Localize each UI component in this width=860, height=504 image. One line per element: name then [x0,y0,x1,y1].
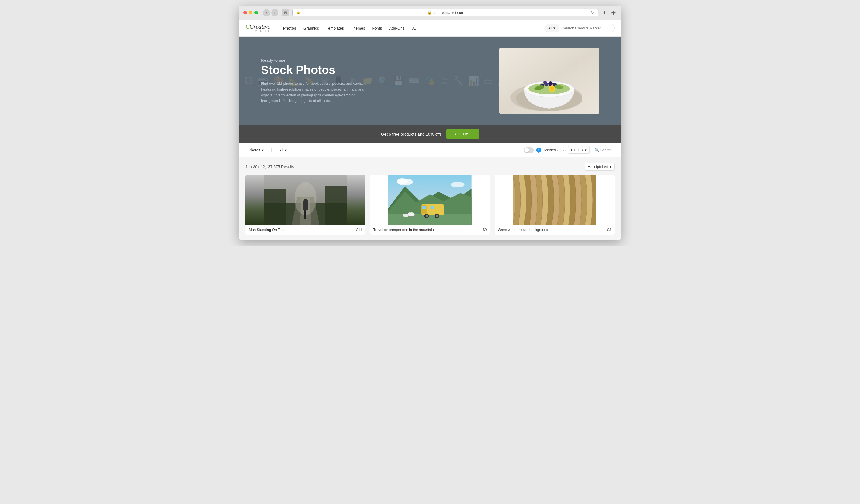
product-price-3: $3 [607,228,611,232]
browser-titlebar: ‹ › ⊡ 🔒 🔒 creativemarket.com ↻ ⬆ ➕ [239,5,621,20]
svg-point-36 [436,215,438,217]
back-button[interactable]: ‹ [263,9,270,16]
product-image-2 [370,175,490,225]
search-input[interactable] [559,24,614,32]
category-filter-label: Photos [248,148,260,152]
results-bar: 1 to 30 of 2,137,675 Results Handpicked … [245,163,615,171]
svg-point-34 [426,215,428,217]
content-area: 1 to 30 of 2,137,675 Results Handpicked … [239,157,621,240]
nav-item-themes[interactable]: Themes [348,24,369,33]
product-title-3: Wave wood texture background [498,228,548,232]
filter-button[interactable]: FILTER ▾ [568,146,590,154]
svg-rect-19 [325,186,347,225]
certified-toggle-area: ✦ Certified (682) FILTER ▾ 🔍 Search [524,146,615,154]
filter-divider: | [271,148,272,152]
svg-rect-18 [264,189,286,225]
product-info-2: Travel on camper one in the mountain $9 [370,225,490,235]
browser-toolbar: ⬆ ➕ [602,10,617,16]
sort-dropdown[interactable]: Handpicked ▾ [585,163,615,171]
category-chevron-icon: ▾ [262,148,264,152]
subcategory-chevron-icon: ▾ [285,148,287,152]
svg-point-45 [451,182,464,188]
filter-bar: Photos ▾ | All ▾ ✦ Certified (682) FILTE… [239,143,621,157]
search-category-dropdown[interactable]: All ▾ [545,24,559,32]
product-info-3: Wave wood texture background $3 [494,225,615,235]
logo-market-text: MARKET [255,30,270,32]
certified-toggle-switch[interactable] [524,147,534,153]
traffic-lights [243,11,258,14]
product-image-1 [245,175,366,225]
toggle-knob [525,148,529,152]
product-grid: Man Standing On Road $11 [245,175,615,235]
svg-rect-23 [304,211,306,219]
address-bar[interactable]: 🔒 🔒 creativemarket.com ↻ [292,9,598,16]
logo-creative-text: CCreative [245,23,270,30]
forward-button[interactable]: › [271,9,278,16]
main-navigation: Photos Graphics Templates Themes Fonts A… [280,24,538,33]
results-count: 1 to 30 of 2,137,675 Results [245,164,294,169]
results-label: Results [281,164,294,169]
hero-description: Find over 2M photos to use for book cove… [261,81,366,104]
filter-search-label: Search [600,148,612,152]
chevron-down-icon: ▾ [553,26,555,30]
hero-text-block: Ready to use Stock Photos Find over 2M p… [261,58,366,104]
results-total: 2,137,675 [263,164,280,169]
hero-banner: 🖼📷🎨📐✏️ 🖥📱🖱📁🔍 💾⌨️🎭🗂🔧 📊🗃💻🖨📸 Ready to use S… [239,36,621,125]
nav-item-templates[interactable]: Templates [323,24,347,33]
site-header: CCreative MARKET Photos Graphics Templat… [239,20,621,36]
add-tab-button[interactable]: ➕ [610,10,617,16]
category-filter-dropdown[interactable]: Photos ▾ [245,147,267,154]
browser-nav-buttons: ‹ › [263,9,278,16]
certified-count: (682) [557,148,566,152]
product-price-2: $9 [483,228,487,232]
filter-chevron-icon: ▾ [585,148,587,152]
svg-point-11 [543,80,547,84]
product-image-3 [494,175,615,225]
product-title-2: Travel on camper one in the mountain [373,228,434,232]
svg-point-24 [304,209,306,211]
ssl-lock-icon: 🔒 [297,11,300,14]
promo-text: Get 6 free products and 10% off! [381,132,441,136]
site-logo[interactable]: CCreative MARKET [245,23,270,33]
nav-item-3d[interactable]: 3D [408,24,420,33]
promo-bar: Get 6 free products and 10% off! Continu… [239,125,621,143]
certified-icon: ✦ [536,148,541,152]
svg-point-9 [548,81,553,86]
search-bar: All ▾ [545,24,615,32]
product-card[interactable]: Wave wood texture background $3 [494,175,615,235]
results-range-start: 1 [245,164,248,169]
certified-label: Certified [543,148,556,152]
svg-point-38 [408,212,412,216]
product-card[interactable]: Man Standing On Road $11 [245,175,366,235]
subcategory-filter-label: All [279,148,284,152]
minimize-button[interactable] [249,11,253,14]
refresh-icon[interactable]: ↻ [591,11,594,15]
svg-rect-31 [422,206,426,209]
product-title-1: Man Standing On Road [249,228,286,232]
share-button[interactable]: ⬆ [602,10,607,16]
svg-rect-32 [431,206,434,209]
filter-search-area[interactable]: 🔍 Search [592,147,615,153]
svg-point-42 [403,213,406,217]
nav-item-photos[interactable]: Photos [280,24,300,33]
promo-continue-button[interactable]: Continue → [446,129,479,139]
nav-item-addons[interactable]: Add-Ons [386,24,408,33]
sort-label: Handpicked [588,164,608,169]
product-info-1: Man Standing On Road $11 [245,225,366,235]
hero-image [499,48,599,114]
nav-item-graphics[interactable]: Graphics [300,24,322,33]
svg-rect-40 [412,216,413,218]
product-price-1: $11 [356,228,362,232]
sort-chevron-icon: ▾ [610,164,612,169]
search-icon: 🔍 [594,148,599,152]
filter-button-label: FILTER [571,148,583,152]
url-display: 🔒 creativemarket.com [303,11,589,15]
svg-rect-39 [411,216,412,218]
reader-view-button[interactable]: ⊡ [282,9,289,16]
close-button[interactable] [243,11,247,14]
subcategory-filter-dropdown[interactable]: All ▾ [276,147,290,154]
product-card[interactable]: Travel on camper one in the mountain $9 [370,175,490,235]
hero-pretitle: Ready to use [261,58,366,63]
nav-item-fonts[interactable]: Fonts [369,24,385,33]
maximize-button[interactable] [254,11,258,14]
